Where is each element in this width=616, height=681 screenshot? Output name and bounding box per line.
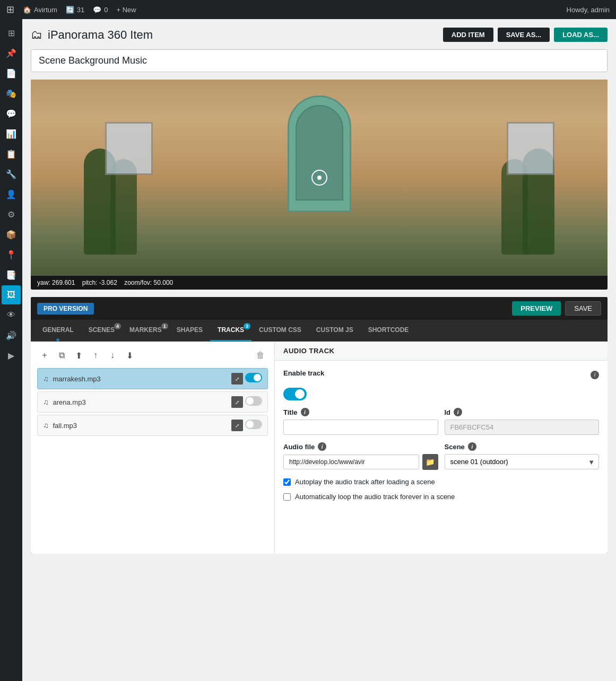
track-name-fall: fall.mp3 [53,422,232,430]
sidebar-item-settings[interactable]: ⚙ [2,205,21,224]
tab-tracks[interactable]: TRACKS 3 [210,320,251,341]
sidebar-item-posts[interactable]: 📄 [2,64,21,83]
sidebar-item-library[interactable]: 📑 [2,265,21,284]
page-title: 🗂 iPanorama 360 Item [31,28,153,42]
tab-custom-css[interactable]: CUSTOM CSS [251,320,309,341]
sidebar-item-play[interactable]: ▶ [2,346,21,365]
editor-toolbar: PRO VERSION PREVIEW SAVE [31,297,608,320]
delete-track-button[interactable]: 🗑 [253,348,268,363]
scene-info-icon[interactable]: i [468,442,476,451]
tabs-bar: GENERAL SCENES 4 MARKERS 1 SHAPES TRACKS… [31,320,608,342]
load-as-button[interactable]: LOAD AS... [554,28,608,42]
move-top-button[interactable]: ⬆ [71,348,86,363]
tab-markers[interactable]: MARKERS 1 [122,320,169,341]
track-toggle-2[interactable] [245,396,262,406]
music-icon-2: ♫ [43,398,49,406]
enable-track-thumb [295,389,305,399]
add-track-button[interactable]: + [37,348,52,363]
track-expand-btn-3[interactable]: ⤢ [231,420,243,431]
sidebar-item-location[interactable]: 📍 [2,245,21,264]
scene-name-input[interactable] [31,49,608,72]
scene-col: Scene i scene 01 (outdoor) scene 02 (ind… [445,442,600,469]
sidebar-item-pages[interactable]: 📋 [2,144,21,163]
id-input [445,420,600,435]
sidebar-item-dashboard[interactable]: ⊞ [2,23,21,42]
scenes-badge: 4 [114,323,121,329]
title-col: Title i [283,408,438,435]
sidebar-item-tools[interactable]: 🔧 [2,164,21,184]
site-name[interactable]: 🏠 Avirtum [23,6,57,14]
audio-file-input[interactable] [283,455,419,469]
id-info-icon[interactable]: i [454,408,462,416]
pro-version-badge[interactable]: PRO VERSION [37,303,94,315]
track-toggle-3[interactable] [245,420,262,429]
autoplay-checkbox[interactable] [283,478,291,486]
tab-general[interactable]: GENERAL [35,320,81,341]
audiofile-col: Audio file i 📁 [283,442,438,470]
autoloop-checkbox[interactable] [283,493,291,501]
sidebar-item-audio[interactable]: 🔊 [2,326,21,345]
autoloop-checkbox-row: Automatically loop the audio track forev… [283,492,599,502]
general-dot [56,338,59,342]
crosshair [311,170,327,186]
sidebar-item-panorama[interactable]: 🖼 [2,285,21,304]
add-item-button[interactable]: ADD ITEM [443,28,493,42]
track-toggle-1[interactable] [245,373,262,382]
audiofile-label: Audio file i [283,442,438,451]
tab-custom-js[interactable]: CUSTOM JS [309,320,361,341]
sidebar-item-comments[interactable]: 💬 [2,104,21,123]
audio-settings-body: Enable track i Title [275,361,608,516]
wp-logo-icon[interactable]: ⊞ [6,4,14,15]
move-bottom-button[interactable]: ⬇ [122,348,137,363]
title-input[interactable] [283,420,438,435]
track-expand-btn-2[interactable]: ⤢ [231,396,243,408]
track-actions-3: ⤢ [231,420,262,431]
user-greeting: Howdy, admin [567,6,610,14]
tab-shapes[interactable]: SHAPES [169,320,210,341]
comments-item[interactable]: 💬 0 [93,6,108,14]
move-down-button[interactable]: ↓ [105,348,120,363]
track-actions-1: ⤢ [231,373,262,385]
title-label: Title i [283,408,438,416]
page-title-icon: 🗂 [31,28,42,42]
tab-scenes[interactable]: SCENES 4 [81,320,122,341]
music-icon-1: ♫ [43,374,49,383]
audio-track-header: AUDIO TRACK [275,342,608,361]
panorama-container: yaw: 269.601 pitch: -3.062 zoom/fov: 50.… [31,80,608,290]
sidebar-item-analytics[interactable]: 📊 [2,124,21,143]
editor-content: + ⧉ ⬆ ↑ ↓ ⬇ 🗑 ♫ marrakesh.mp3 ⤢ [31,342,608,554]
panorama-image [31,80,608,276]
tab-shortcode[interactable]: SHORTCODE [361,320,417,341]
scene-select[interactable]: scene 01 (outdoor) scene 02 (indoor) sce… [445,454,600,469]
move-up-button[interactable]: ↑ [88,348,103,363]
browse-audio-button[interactable]: 📁 [422,454,438,470]
sidebar-item-users[interactable]: 👤 [2,185,21,204]
sidebar-item-pin[interactable]: 📌 [2,43,21,63]
save-button[interactable]: SAVE [565,301,601,316]
sidebar-item-media[interactable]: 🎭 [2,84,21,103]
enable-track-info[interactable]: i [591,371,599,379]
enable-track-toggle[interactable] [283,388,307,400]
sidebar-item-view[interactable]: 👁 [2,305,21,325]
title-info-icon[interactable]: i [301,408,309,416]
content-area: 🗂 iPanorama 360 Item ADD ITEM SAVE AS...… [22,19,616,681]
track-item-fall[interactable]: ♫ fall.mp3 ⤢ [37,415,268,436]
audio-settings-panel: AUDIO TRACK Enable track i [275,342,608,554]
comment-icon: 💬 [93,6,101,14]
track-item-arena[interactable]: ♫ arena.mp3 ⤢ [37,391,268,413]
copy-track-button[interactable]: ⧉ [54,348,69,363]
sidebar-item-plugins[interactable]: 📦 [2,225,21,244]
editor-panel: PRO VERSION PREVIEW SAVE GENERAL SCENES … [31,297,608,554]
track-name-marrakesh: marrakesh.mp3 [53,375,232,383]
music-icon-3: ♫ [43,421,49,430]
save-as-button[interactable]: SAVE AS... [498,28,550,42]
new-item[interactable]: + New [117,6,136,14]
markers-badge: 1 [161,323,168,329]
track-expand-btn-1[interactable]: ⤢ [231,373,243,385]
track-item-marrakesh[interactable]: ♫ marrakesh.mp3 ⤢ [37,368,268,389]
updates-icon: 🔄 [66,6,74,14]
updates-item[interactable]: 🔄 31 [66,6,84,14]
audiofile-info-icon[interactable]: i [318,442,326,451]
preview-button[interactable]: PREVIEW [512,301,561,316]
tracks-badge: 3 [244,323,250,329]
